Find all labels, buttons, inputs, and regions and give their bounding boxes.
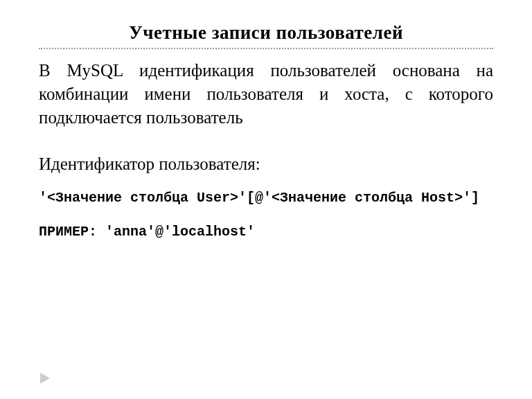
identifier-example: ПРИМЕР: 'anna'@'localhost' — [39, 222, 493, 241]
body-paragraph: В MySQL идентификация пользователей осно… — [39, 59, 493, 129]
slide-title: Учетные записи пользователей — [39, 22, 493, 49]
identifier-syntax: '<Значение столбца User>'[@'<Значение ст… — [39, 188, 493, 207]
play-arrow-icon — [40, 373, 50, 384]
identifier-heading: Идентификатор пользователя: — [39, 152, 493, 176]
